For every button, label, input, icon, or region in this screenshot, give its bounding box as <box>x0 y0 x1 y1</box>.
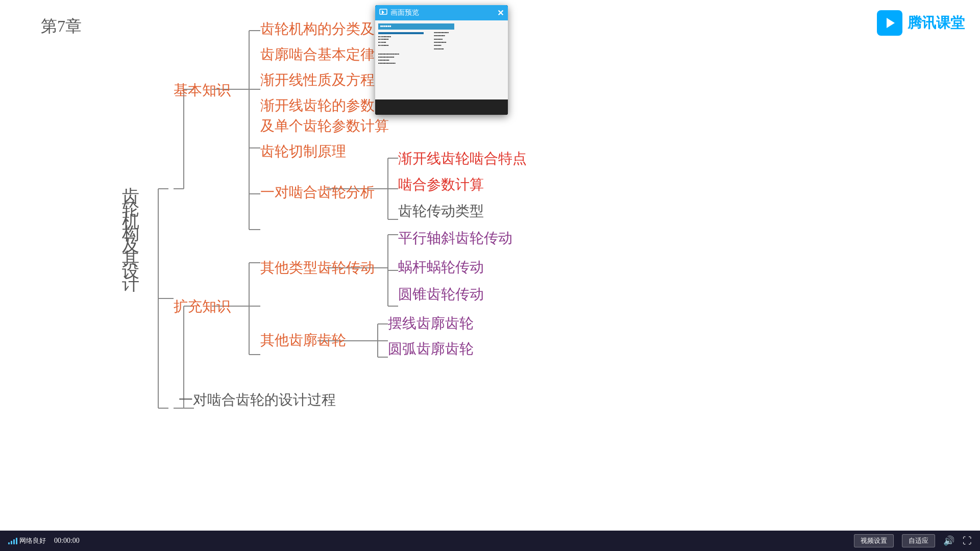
fullscreen-icon[interactable]: ⛶ <box>963 536 972 546</box>
preview-slide-content: ■■■■■■ ■■ ■■■■■■■■ ■■ ■■■■■■ ■■ ■■■■ ■■ … <box>375 20 508 68</box>
status-right: 视频设置 自适应 🔊 ⛶ <box>854 534 972 547</box>
node-other-tooth-profiles: 其他齿廓齿轮 <box>260 331 346 350</box>
main-content: 第7章 腾讯课堂 <box>0 0 980 531</box>
signal-bar-4 <box>16 538 17 544</box>
node-mesh-param-calc: 啮合参数计算 <box>398 175 484 194</box>
signal-bar-1 <box>8 542 10 544</box>
central-node: 齿 轮 机 构 及 其 设 计 <box>120 173 141 265</box>
node-single-gear-params: 及单个齿轮参数计算 <box>260 116 389 136</box>
node-involute-mesh-feature: 渐开线齿轮啮合特点 <box>398 149 527 168</box>
preview-bottom-bar <box>375 99 508 115</box>
time-display: 00:00:00 <box>54 537 80 545</box>
logo-text: 腾讯课堂 <box>908 13 965 33</box>
node-worm-drive: 蜗杆蜗轮传动 <box>398 258 484 277</box>
quality-button[interactable]: 自适应 <box>902 534 935 547</box>
node-gear-pair-analysis: 一对啮合齿轮分析 <box>260 183 375 202</box>
logo-area: 腾讯课堂 <box>877 10 965 36</box>
node-basic-knowledge: 基本知识 <box>174 81 231 100</box>
node-extended-knowledge: 扩充知识 <box>174 297 231 316</box>
svg-marker-0 <box>887 18 895 28</box>
node-arc-gear: 圆弧齿廓齿轮 <box>388 339 474 359</box>
node-bevel-drive: 圆锥齿轮传动 <box>398 285 484 304</box>
preview-slide-title: ■■■■■■ <box>378 23 454 30</box>
node-gear-cutting: 齿轮切制原理 <box>260 142 346 161</box>
preview-popup: 画面预览 ✕ ■■■■■■ ■■ ■■■■■■■■ ■■ ■■■■■■ ■■ ■… <box>375 5 508 115</box>
preview-thumbnail: ■■■■■■ ■■ ■■■■■■■■ ■■ ■■■■■■ ■■ ■■■■ ■■ … <box>375 20 508 99</box>
preview-close-button[interactable]: ✕ <box>497 8 504 18</box>
node-other-gear-drives: 其他类型齿轮传动 <box>260 258 375 278</box>
signal-bars <box>8 537 17 544</box>
node-parallel-helical: 平行轴斜齿轮传动 <box>398 229 512 248</box>
volume-icon[interactable]: 🔊 <box>943 535 954 546</box>
signal-bar-2 <box>11 541 12 544</box>
node-cycloid-gear: 摆线齿廓齿轮 <box>388 314 474 333</box>
node-involute-gear-params: 渐开线齿轮的参数 <box>260 96 375 115</box>
node-tooth-profile-basic: 齿廓啮合基本定律 <box>260 45 375 64</box>
network-label: 网络良好 <box>19 536 46 545</box>
node-gear-drive-type: 齿轮传动类型 <box>398 202 484 221</box>
node-involute-property: 渐开线性质及方程 <box>260 70 375 90</box>
logo-icon <box>877 10 902 36</box>
node-design-process: 一对啮合齿轮的设计过程 <box>179 390 336 410</box>
preview-icon <box>379 9 387 17</box>
status-left: 网络良好 00:00:00 <box>8 536 80 545</box>
preview-titlebar: 画面预览 ✕ <box>375 5 508 20</box>
preview-title-text: 画面预览 <box>390 8 419 17</box>
preview-body: ■■■■■■ ■■ ■■■■■■■■ ■■ ■■■■■■ ■■ ■■■■ ■■ … <box>375 20 508 115</box>
network-status: 网络良好 <box>8 536 46 545</box>
chapter-label: 第7章 <box>41 15 82 38</box>
preview-title-left: 画面预览 <box>379 8 419 17</box>
signal-bar-3 <box>13 539 15 544</box>
video-settings-button[interactable]: 视频设置 <box>854 534 894 547</box>
svg-marker-42 <box>382 10 384 14</box>
status-bar: 网络良好 00:00:00 视频设置 自适应 🔊 ⛶ <box>0 531 980 551</box>
